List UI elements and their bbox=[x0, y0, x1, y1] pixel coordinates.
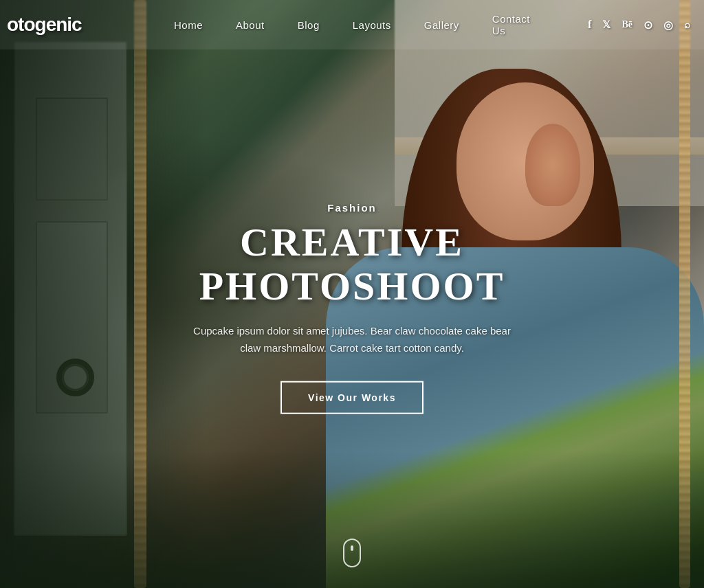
instagram-icon[interactable]: ◎ bbox=[663, 19, 673, 32]
nav-link-blog[interactable]: Blog bbox=[298, 19, 320, 31]
scroll-dot bbox=[351, 545, 353, 551]
nav-link-layouts[interactable]: Layouts bbox=[353, 19, 391, 31]
search-icon[interactable]: ⌕ bbox=[684, 19, 690, 31]
model-neck bbox=[525, 124, 580, 206]
hero-content: Fashion CREATIVE PHOTOSHOOT Cupcake ipsu… bbox=[146, 202, 558, 414]
hero-category: Fashion bbox=[146, 202, 558, 214]
facebook-icon[interactable]: f bbox=[588, 19, 591, 31]
cta-button[interactable]: View Our Works bbox=[280, 381, 424, 414]
twitter-icon[interactable]: 𝕏 bbox=[602, 19, 610, 31]
nav-link-home[interactable]: Home bbox=[174, 19, 203, 31]
github-icon[interactable]: ⊙ bbox=[644, 19, 652, 32]
scroll-indicator[interactable] bbox=[343, 539, 361, 567]
hero-description: Cupcake ipsum dolor sit amet jujubes. Be… bbox=[187, 321, 517, 357]
nav-link-gallery[interactable]: Gallery bbox=[424, 19, 459, 31]
logo-text: otogenic bbox=[7, 14, 82, 36]
behance-icon[interactable]: Bē bbox=[622, 19, 632, 30]
bottom-overlay bbox=[0, 451, 704, 588]
nav-links: Home About Blog Layouts Gallery Contact … bbox=[174, 13, 530, 36]
nav-social: f 𝕏 Bē ⊙ ◎ ⌕ bbox=[588, 19, 690, 32]
navbar: otogenic Home About Blog Layouts Gallery… bbox=[0, 0, 704, 49]
scroll-mouse-icon bbox=[343, 539, 361, 567]
hero-title: CREATIVE PHOTOSHOOT bbox=[146, 220, 558, 308]
site-logo[interactable]: otogenic bbox=[0, 14, 82, 36]
nav-link-contact[interactable]: Contact Us bbox=[492, 13, 530, 36]
hero-section: otogenic Home About Blog Layouts Gallery… bbox=[0, 0, 704, 588]
nav-link-about[interactable]: About bbox=[236, 19, 265, 31]
